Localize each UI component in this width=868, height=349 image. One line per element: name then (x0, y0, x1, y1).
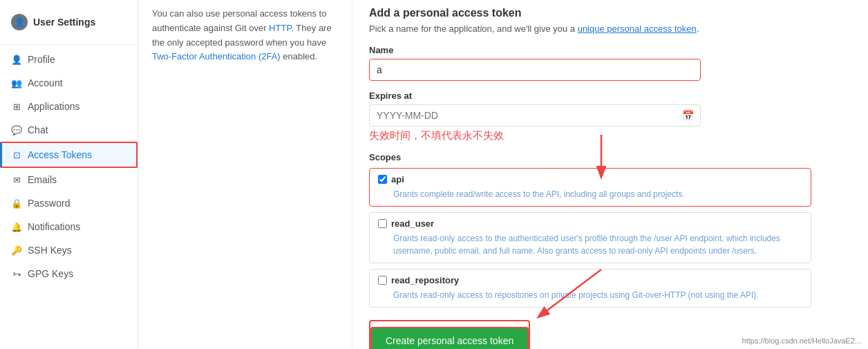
sidebar-item-gpg-keys[interactable]: 🗝 GPG Keys (0, 262, 138, 285)
user-avatar-icon: 👤 (11, 14, 28, 30)
sidebar-item-ssh-keys[interactable]: 🔑 SSH Keys (0, 238, 138, 262)
name-label: Name (369, 45, 851, 55)
access-tokens-icon: ⊡ (11, 149, 22, 160)
scope-read-user-checkbox[interactable] (378, 219, 387, 228)
scope-read-repository-desc: Grants read-only access to repositories … (378, 289, 802, 301)
scope-read-repository-name: read_repository (391, 275, 459, 285)
sidebar-item-notifications[interactable]: 🔔 Notifications (0, 215, 138, 238)
scope-api: api Grants complete read/write access to… (369, 168, 811, 207)
panel-subtitle: Pick a name for the application, and we'… (369, 23, 851, 34)
left-panel: You can also use personal access tokens … (138, 0, 352, 349)
notifications-icon: 🔔 (11, 221, 22, 232)
sidebar-item-label: Access Tokens (28, 149, 92, 160)
scope-read-user: read_user Grants read-only access to the… (369, 212, 811, 263)
unique-token-link[interactable]: unique personal access token (578, 23, 697, 34)
profile-icon: 👤 (11, 54, 22, 65)
sidebar-item-label: Account (28, 77, 63, 88)
sidebar-item-applications[interactable]: ⊞ Applications (0, 95, 138, 118)
chat-icon: 💬 (11, 124, 22, 135)
scope-read-user-name: read_user (391, 218, 434, 229)
panel-title: Add a personal access token (369, 7, 851, 19)
sidebar-divider (0, 44, 138, 45)
sidebar-item-profile[interactable]: 👤 Profile (0, 48, 138, 71)
sidebar-item-label: GPG Keys (28, 268, 73, 279)
scope-read-repository-checkbox[interactable] (378, 276, 387, 285)
scope-read-user-desc: Grants read-only access to the authentic… (378, 232, 802, 257)
password-icon: 🔒 (11, 198, 22, 209)
name-form-group: Name (369, 45, 851, 81)
scopes-form-group: Scopes api Grants complete read/write ac… (369, 152, 851, 308)
create-button-wrapper: Create personal access token (369, 320, 530, 349)
account-icon: 👥 (11, 77, 22, 88)
right-panel: Add a personal access token Pick a name … (352, 0, 868, 349)
applications-icon: ⊞ (11, 101, 22, 112)
sidebar-item-chat[interactable]: 💬 Chat (0, 118, 138, 142)
scope-api-checkbox[interactable] (378, 175, 387, 184)
two-fa-link[interactable]: Two-Factor Authentication (2FA) (152, 51, 281, 62)
scope-read-user-label[interactable]: read_user (378, 218, 802, 229)
left-panel-text: You can also use personal access tokens … (152, 7, 338, 64)
sidebar-item-label: Chat (28, 124, 48, 135)
ssh-keys-icon: 🔑 (11, 245, 22, 256)
sidebar-item-label: SSH Keys (28, 245, 72, 256)
name-input[interactable] (369, 59, 701, 81)
scope-api-label[interactable]: api (378, 174, 802, 185)
sidebar: 👤 User Settings 👤 Profile 👥 Account ⊞ Ap… (0, 0, 138, 349)
scope-read-repository-label[interactable]: read_repository (378, 275, 802, 285)
scope-api-desc: Grants complete read/write access to the… (378, 188, 802, 200)
scope-read-repository: read_repository Grants read-only access … (369, 269, 811, 308)
expires-form-group: Expires at 📅 失效时间，不填代表永不失效 (369, 91, 851, 142)
sidebar-header: 👤 User Settings (0, 7, 138, 41)
expires-label: Expires at (369, 91, 851, 101)
gpg-keys-icon: 🗝 (11, 268, 22, 279)
sidebar-item-label: Notifications (28, 221, 80, 232)
sidebar-item-account[interactable]: 👥 Account (0, 71, 138, 95)
sidebar-item-password[interactable]: 🔒 Password (0, 191, 138, 215)
sidebar-item-label: Profile (28, 54, 55, 65)
scopes-label: Scopes (369, 152, 851, 162)
date-input-wrapper: 📅 (369, 104, 701, 126)
sidebar-item-access-tokens[interactable]: ⊡ Access Tokens (0, 142, 138, 168)
expires-input[interactable] (369, 104, 701, 126)
http-link[interactable]: HTTP (269, 23, 291, 33)
create-token-button[interactable]: Create personal access token (370, 327, 529, 349)
scope-api-name: api (391, 174, 404, 185)
sidebar-item-label: Applications (28, 101, 80, 112)
sidebar-item-label: Password (28, 198, 70, 209)
bottom-url: https://blog.csdn.net/HelloJavaE2... (742, 337, 861, 345)
emails-icon: ✉ (11, 174, 22, 185)
sidebar-title: User Settings (33, 17, 95, 28)
sidebar-item-emails[interactable]: ✉ Emails (0, 168, 138, 191)
expiry-note: 失效时间，不填代表永不失效 (369, 129, 851, 142)
sidebar-item-label: Emails (28, 174, 57, 185)
main-content: You can also use personal access tokens … (138, 0, 868, 349)
